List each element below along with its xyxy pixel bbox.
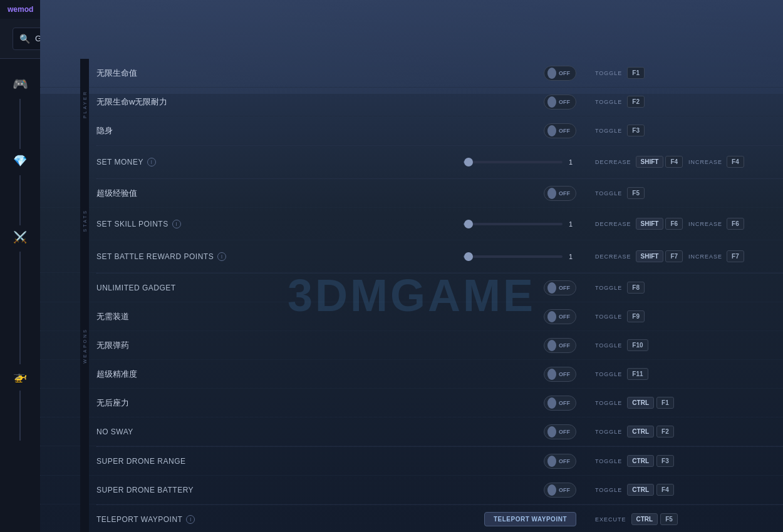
shortcuts-6: DECREASE SHIFT F6 INCREASE F6	[595, 218, 770, 230]
toggle-knob-1	[547, 68, 556, 79]
cheat-name-5: 超级经验值	[96, 188, 544, 199]
info-icon-6[interactable]: i	[172, 220, 181, 228]
cheat-row-12: 无后座力 OFF TOGGLE CTRL F1	[40, 389, 783, 417]
toggle-14[interactable]: OFF	[544, 454, 576, 469]
key-f11: F11	[627, 368, 648, 380]
toggle-label-5: OFF	[559, 190, 573, 197]
key-f6-inc: F6	[727, 218, 744, 230]
info-icon-7[interactable]: i	[217, 252, 226, 261]
cheat-name-10: 无限弹药	[96, 340, 544, 351]
toggle-5[interactable]: OFF	[544, 186, 576, 201]
sidebar: 🎮 💎 ⚔️ 🚁	[0, 59, 40, 532]
toggle-15[interactable]: OFF	[544, 483, 576, 498]
shortcut-increase-4: INCREASE	[688, 159, 722, 165]
main: 🎮 💎 ⚔️ 🚁 PLAYER STATS	[0, 59, 783, 532]
toggle-knob-11	[547, 369, 556, 380]
sidebar-icon-weapons: ⚔️	[13, 230, 27, 244]
toggle-label-15: OFF	[559, 487, 573, 493]
toggle-knob-10	[547, 340, 556, 351]
cheat-row-1: 无限生命值 OFF TOGGLE F1	[40, 59, 783, 88]
slider-thumb-4[interactable]	[464, 158, 473, 166]
shortcuts-8: TOGGLE F8	[595, 282, 770, 294]
slider-track-6	[464, 223, 563, 225]
cheat-row-13: NO SWAY OFF TOGGLE CTRL F2	[40, 417, 783, 446]
weapons-label: WEAPONS	[83, 328, 87, 364]
toggle-13[interactable]: OFF	[544, 424, 576, 439]
slider-thumb-7[interactable]	[464, 252, 473, 261]
cheat-name-1: 无限生命值	[96, 68, 544, 79]
slider-6[interactable]: 1	[464, 220, 576, 228]
toggle-9[interactable]: OFF	[544, 309, 576, 324]
cheat-name-4: SET MONEY i	[96, 158, 464, 166]
toggle-knob-2	[547, 96, 556, 108]
cheat-name-7: SET BATTLE REWARD POINTS i	[96, 252, 464, 261]
cheat-name-14: SUPER DRONE RANGE	[96, 457, 544, 466]
key-f2-13: F2	[656, 426, 674, 437]
info-icon-16[interactable]: i	[186, 515, 195, 524]
toggle-label-10: OFF	[559, 342, 573, 349]
shortcuts-5: TOGGLE F5	[595, 187, 770, 199]
toggle-knob-15	[547, 484, 556, 496]
key-ctrl-16: CTRL	[631, 513, 658, 525]
toggle-8[interactable]: OFF	[544, 280, 576, 295]
key-f5-16: F5	[660, 513, 678, 525]
shortcuts-11: TOGGLE F11	[595, 368, 770, 380]
content-area: PLAYER STATS WEAPONS 3DMGAME 无限生命值 OFF T…	[40, 59, 783, 532]
sidebar-icon-stats: 💎	[13, 154, 27, 168]
cheat-row-10: 无限弹药 OFF TOGGLE F10	[40, 331, 783, 360]
toggle-knob-9	[547, 311, 556, 322]
shortcuts-4: DECREASE SHIFT F4 INCREASE F4	[595, 156, 770, 168]
toggle-label-1: OFF	[559, 70, 573, 76]
slider-track-7	[464, 255, 563, 258]
side-strip: PLAYER STATS WEAPONS	[80, 59, 89, 532]
toggle-knob-12	[547, 397, 556, 409]
toggle-label-2: OFF	[559, 99, 573, 105]
toggle-1[interactable]: OFF	[544, 66, 576, 81]
toggle-12[interactable]: OFF	[544, 396, 576, 411]
key-f1-1: F1	[627, 67, 645, 79]
toggle-10[interactable]: OFF	[544, 338, 576, 353]
toggle-label-3: OFF	[559, 128, 573, 134]
slider-thumb-6[interactable]	[464, 220, 473, 228]
cheat-row-14: SUPER DRONE RANGE OFF TOGGLE CTRL F3	[40, 447, 783, 476]
toggle-11[interactable]: OFF	[544, 367, 576, 382]
key-f2: F2	[627, 96, 645, 108]
cheat-name-3: 隐身	[96, 125, 544, 136]
key-ctrl-12: CTRL	[627, 397, 654, 409]
cheat-row-4: SET MONEY i 1 DECREASE SHIFT F4 INCREASE…	[40, 146, 783, 178]
player-strip: PLAYER	[80, 90, 89, 118]
toggle-label-13: OFF	[559, 429, 573, 435]
cheat-row-6: SET SKILL POINTS i 1 DECREASE SHIFT F6 I…	[40, 208, 783, 240]
cheat-name-11: 超级精准度	[96, 369, 544, 380]
toggle-knob-8	[547, 282, 556, 294]
slider-7[interactable]: 1	[464, 253, 576, 260]
toggle-3[interactable]: OFF	[544, 123, 576, 138]
cheat-row-3: 隐身 OFF TOGGLE F3	[40, 116, 783, 145]
teleport-waypoint-button[interactable]: TELEPORT WAYPOINT	[484, 512, 576, 526]
shortcuts-2: TOGGLE F2	[595, 96, 770, 108]
shortcuts-15: TOGGLE CTRL F4	[595, 484, 770, 496]
slider-4[interactable]: 1	[464, 158, 576, 166]
toggle-knob-5	[547, 188, 556, 199]
key-f4-15: F4	[656, 484, 674, 496]
stats-strip: STATS	[80, 209, 89, 232]
info-icon-4[interactable]: i	[147, 158, 156, 166]
key-f4-dec: F4	[665, 156, 683, 168]
key-ctrl-15: CTRL	[627, 484, 654, 496]
key-f6-dec: F6	[665, 218, 683, 230]
cheat-name-6: SET SKILL POINTS i	[96, 220, 464, 228]
key-f7-dec: F7	[665, 250, 683, 262]
key-f9: F9	[627, 310, 645, 322]
shortcuts-16: EXECUTE CTRL F5	[595, 513, 770, 525]
toggle-label-11: OFF	[559, 371, 573, 377]
shortcuts-14: TOGGLE CTRL F3	[595, 455, 770, 467]
key-f8: F8	[627, 282, 645, 294]
cheat-name-12: 无后座力	[96, 397, 544, 409]
key-f5: F5	[627, 187, 645, 199]
key-f3-14: F3	[656, 455, 674, 467]
shortcut-type-2: TOGGLE	[595, 99, 622, 105]
sidebar-icon-drone: 🚁	[13, 369, 27, 383]
cheat-name-9: 无需装道	[96, 311, 544, 322]
toggle-2[interactable]: OFF	[544, 95, 576, 110]
shortcut-type-3: TOGGLE	[595, 128, 622, 134]
